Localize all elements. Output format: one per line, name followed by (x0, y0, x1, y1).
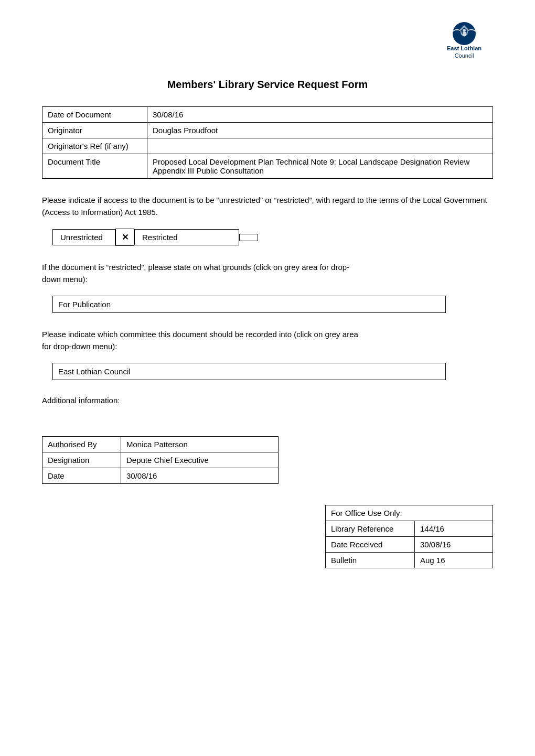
svg-text:Council: Council (455, 52, 474, 59)
unrestricted-checkbox[interactable]: ✕ (115, 229, 134, 246)
label-library-reference: Library Reference (326, 521, 415, 537)
label-bulletin: Bulletin (326, 553, 415, 568)
table-row: Originator's Ref (if any) (42, 138, 493, 154)
table-row: Document Title Proposed Local Developmen… (42, 154, 493, 179)
table-row: Date 30/08/16 (42, 468, 279, 484)
restricted-label: Restricted (134, 229, 239, 245)
auth-table: Authorised By Monica Patterson Designati… (42, 436, 279, 484)
x-mark: ✕ (122, 232, 129, 242)
table-row: Authorised By Monica Patterson (42, 437, 279, 452)
logo-container: East Lothian Council (435, 21, 493, 63)
value-date-of-document: 30/08/16 (147, 107, 493, 123)
label-document-title: Document Title (42, 154, 147, 179)
table-row: Library Reference 144/16 (326, 521, 493, 537)
label-originator-ref: Originator's Ref (if any) (42, 138, 147, 154)
value-originator: Douglas Proudfoot (147, 123, 493, 138)
value-originator-ref (147, 138, 493, 154)
value-designation: Depute Chief Executive (121, 452, 279, 468)
table-row: Designation Depute Chief Executive (42, 452, 279, 468)
table-row: Originator Douglas Proudfoot (42, 123, 493, 138)
restricted-checkbox[interactable] (239, 234, 258, 241)
unrestricted-label: Unrestricted (52, 229, 115, 245)
restricted-paragraph: If the document is “restricted”, please … (42, 262, 493, 285)
value-authorised-by: Monica Patterson (121, 437, 279, 452)
additional-info-label: Additional information: (42, 396, 493, 405)
header: East Lothian Council (42, 21, 493, 63)
access-paragraph: Please indicate if access to the documen… (42, 195, 493, 218)
table-row: For Office Use Only: (326, 505, 493, 521)
label-authorised-by: Authorised By (42, 437, 121, 452)
value-date-received: 30/08/16 (415, 537, 493, 553)
label-designation: Designation (42, 452, 121, 468)
value-bulletin: Aug 16 (415, 553, 493, 568)
label-originator: Originator (42, 123, 147, 138)
svg-point-3 (463, 29, 466, 32)
office-use-table: For Office Use Only: Library Reference 1… (325, 505, 493, 568)
committee-dropdown[interactable]: East Lothian Council (52, 363, 446, 380)
restriction-grounds-dropdown[interactable]: For Publication (52, 296, 446, 313)
checkbox-row: Unrestricted ✕ Restricted (52, 229, 493, 246)
table-row: Date Received 30/08/16 (326, 537, 493, 553)
info-table: Date of Document 30/08/16 Originator Dou… (42, 106, 493, 179)
label-date-received: Date Received (326, 537, 415, 553)
table-row: Date of Document 30/08/16 (42, 107, 493, 123)
value-date: 30/08/16 (121, 468, 279, 484)
svg-rect-4 (463, 32, 466, 36)
svg-text:East Lothian: East Lothian (447, 45, 482, 51)
value-document-title: Proposed Local Development Plan Technica… (147, 154, 493, 179)
committee-paragraph: Please indicate which committee this doc… (42, 329, 493, 352)
table-row: Bulletin Aug 16 (326, 553, 493, 568)
office-use-container: For Office Use Only: Library Reference 1… (42, 505, 493, 568)
label-date-of-document: Date of Document (42, 107, 147, 123)
page-title: Members' Library Service Request Form (42, 79, 493, 91)
value-library-reference: 144/16 (415, 521, 493, 537)
label-date: Date (42, 468, 121, 484)
office-use-header: For Office Use Only: (326, 505, 493, 521)
east-lothian-council-logo: East Lothian Council (435, 21, 493, 63)
